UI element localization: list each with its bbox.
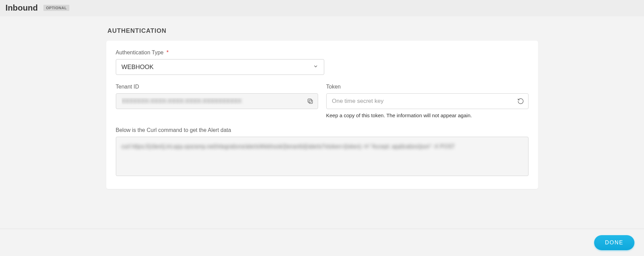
tenant-id-input[interactable] [116, 93, 318, 109]
page-header: Inbound OPTIONAL [0, 0, 644, 16]
footer-bar: DONE [0, 229, 644, 256]
curl-label: Below is the Curl command to get the Ale… [116, 127, 529, 133]
refresh-icon[interactable] [517, 97, 524, 105]
svg-rect-0 [309, 100, 312, 104]
token-input[interactable] [326, 93, 529, 109]
page-title: Inbound [5, 3, 38, 13]
curl-command[interactable] [116, 137, 529, 176]
chevron-down-icon [313, 64, 318, 71]
auth-type-label: Authentication Type * [116, 50, 529, 56]
svg-rect-1 [308, 99, 311, 102]
required-asterisk: * [166, 50, 168, 55]
auth-type-value: WEBHOOK [122, 64, 154, 71]
optional-badge: OPTIONAL [43, 5, 70, 11]
auth-section-title: AUTHENTICATION [108, 27, 538, 35]
token-label: Token [326, 84, 529, 90]
tenant-id-label: Tenant ID [116, 84, 318, 90]
auth-type-select[interactable]: WEBHOOK [116, 59, 324, 75]
auth-type-label-text: Authentication Type [116, 50, 164, 55]
token-help-text: Keep a copy of this token. The informati… [326, 112, 529, 118]
auth-card: Authentication Type * WEBHOOK Tenant ID [106, 41, 538, 189]
copy-icon[interactable] [306, 97, 314, 105]
auth-section: AUTHENTICATION Authentication Type * WEB… [104, 27, 541, 189]
done-button[interactable]: DONE [594, 235, 634, 250]
content-scroll[interactable]: AUTHENTICATION Authentication Type * WEB… [0, 16, 644, 229]
